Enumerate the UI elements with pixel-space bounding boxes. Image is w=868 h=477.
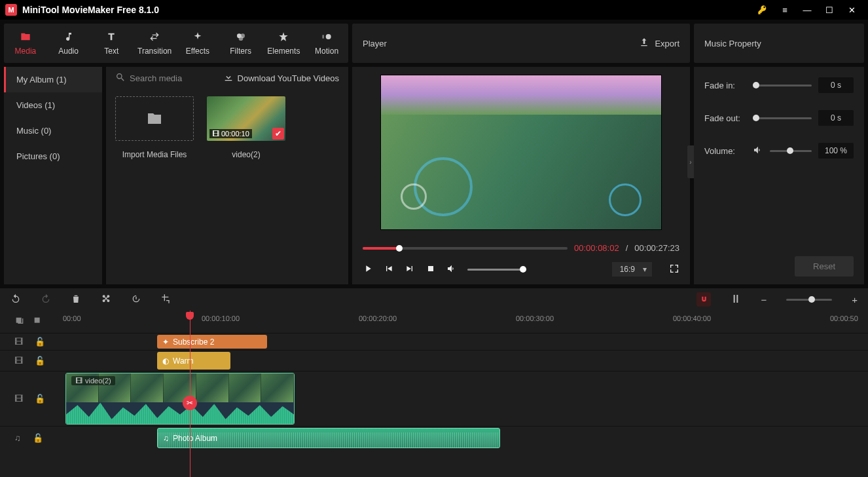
titlebar: M MiniTool MovieMaker Free 8.1.0 ≡ — ☐ ✕: [0, 0, 868, 20]
search-placeholder: Search media: [130, 73, 182, 83]
maximize-button[interactable]: ☐: [818, 0, 841, 20]
tab-motion[interactable]: Motion: [305, 24, 348, 63]
zoom-in-button[interactable]: +: [852, 294, 858, 305]
import-label: Import Media Files: [115, 150, 194, 159]
tab-transition[interactable]: Transition: [133, 24, 176, 63]
fadeout-value[interactable]: 0 s: [818, 110, 854, 126]
tab-label: Transition: [137, 47, 172, 56]
clip-photoalbum[interactable]: ♫ Photo Album: [157, 428, 500, 448]
motion-icon: [321, 31, 332, 44]
sidebar-item-pictures[interactable]: Pictures (0): [4, 143, 102, 169]
check-icon: ✔: [272, 128, 284, 140]
prev-frame-button[interactable]: [384, 263, 394, 276]
seek-bar[interactable]: 00:00:08:02 / 00:00:27:23: [363, 243, 679, 253]
tab-label: Effects: [186, 47, 209, 56]
lock-icon[interactable]: 🔓: [33, 433, 43, 443]
element-icon: ✦: [162, 337, 169, 347]
lock-icon[interactable]: 🔓: [35, 356, 45, 366]
tab-elements[interactable]: Elements: [262, 24, 306, 63]
scissors-icon[interactable]: ✂: [183, 396, 197, 410]
aspect-select[interactable]: 16:9: [612, 262, 652, 277]
lock-icon[interactable]: 🔓: [35, 337, 45, 347]
speaker-icon: [753, 145, 763, 157]
snap-toggle[interactable]: [731, 294, 741, 306]
app-logo: M: [5, 4, 17, 16]
lock-icon[interactable]: 🔓: [35, 394, 45, 404]
export-label: Export: [655, 39, 679, 48]
playhead[interactable]: ✂: [190, 311, 190, 477]
next-frame-button[interactable]: [405, 263, 415, 276]
volume-label: Volume:: [704, 146, 746, 156]
media-clip-card[interactable]: 🎞 00:00:10 ✔ video(2): [207, 96, 285, 159]
sidebar-item-myalbum[interactable]: My Album (1): [4, 67, 102, 92]
player-panel: 00:00:08:02 / 00:00:27:23 16:9: [352, 67, 690, 284]
fadein-label: Fade in:: [704, 81, 746, 90]
redo-button[interactable]: [41, 294, 51, 306]
swap-icon: [149, 31, 160, 44]
video-track-icon: 🎞: [14, 356, 23, 366]
import-card[interactable]: Import Media Files: [115, 96, 194, 159]
add-track-icon[interactable]: [14, 316, 25, 328]
sidebar-item-music[interactable]: Music (0): [4, 118, 102, 143]
clip-video[interactable]: 🎞video(2): [65, 373, 295, 425]
tab-text[interactable]: Text: [90, 24, 134, 63]
sidebar-item-videos[interactable]: Videos (1): [4, 92, 102, 118]
clip-duration: 🎞 00:00:10: [209, 129, 252, 138]
time-ruler[interactable]: 00:00 00:00:10:00 00:00:20:00 00:00:30:0…: [0, 311, 868, 333]
tab-label: Audio: [58, 47, 79, 56]
volume-value[interactable]: 100 %: [818, 143, 854, 159]
stop-button[interactable]: [425, 263, 436, 276]
property-panel: › Fade in: 0 s Fade out: 0 s Volume: 100…: [694, 67, 864, 284]
music-note-icon: [63, 31, 74, 44]
minimize-button[interactable]: —: [796, 0, 818, 20]
volume-icon[interactable]: [446, 263, 457, 276]
speed-button[interactable]: [131, 294, 141, 306]
remove-track-icon[interactable]: [33, 316, 43, 328]
tab-media[interactable]: Media: [4, 24, 47, 63]
menu-icon[interactable]: ≡: [774, 0, 796, 20]
fadeout-slider[interactable]: [753, 117, 812, 119]
video-track-icon: 🎞: [14, 337, 23, 347]
clip-warm[interactable]: ◐ Warm: [157, 352, 230, 370]
split-button[interactable]: [101, 294, 111, 306]
fadein-value[interactable]: 0 s: [818, 77, 854, 93]
property-header: Music Property: [694, 24, 864, 63]
volume-slider[interactable]: [467, 269, 526, 271]
play-button[interactable]: [363, 263, 373, 276]
close-button[interactable]: ✕: [841, 0, 863, 20]
zoom-slider[interactable]: [786, 299, 832, 301]
tab-filters[interactable]: Filters: [219, 24, 262, 63]
clip-subscribe[interactable]: ✦ Subscribe 2: [157, 335, 267, 349]
zoom-out-button[interactable]: −: [761, 294, 767, 305]
music-track-icon: ♫: [14, 433, 21, 443]
fullscreen-button[interactable]: [669, 263, 679, 276]
svg-point-2: [238, 36, 243, 41]
delete-button[interactable]: [71, 294, 81, 306]
export-button[interactable]: Export: [639, 37, 679, 50]
crop-button[interactable]: [161, 294, 172, 306]
tab-label: Elements: [267, 47, 300, 56]
collapse-toggle[interactable]: ›: [687, 145, 694, 178]
svg-point-3: [326, 34, 331, 39]
player-header: Player Export: [352, 24, 690, 63]
clip-thumbnail: 🎞 00:00:10 ✔: [207, 96, 285, 141]
main-toolbar: Media Audio Text Transition Effects Filt…: [4, 24, 348, 63]
star-icon: [278, 31, 289, 44]
tab-effects[interactable]: Effects: [176, 24, 219, 63]
track-video: 🎞🔓 🎞video(2): [0, 371, 868, 426]
volume-prop-slider[interactable]: [770, 150, 812, 152]
tab-audio[interactable]: Audio: [47, 24, 90, 63]
key-icon[interactable]: [751, 0, 774, 20]
folder-icon: [20, 31, 31, 44]
track-subscribe: 🎞🔓 ✦ Subscribe 2: [0, 333, 868, 350]
search-input[interactable]: Search media: [115, 72, 218, 85]
video-preview[interactable]: [380, 75, 662, 230]
undo-button[interactable]: [10, 294, 21, 306]
magnet-toggle[interactable]: [696, 292, 711, 307]
fadein-slider[interactable]: [753, 85, 812, 86]
reset-button[interactable]: Reset: [795, 256, 854, 277]
film-icon: 🎞: [212, 130, 219, 138]
download-youtube-button[interactable]: Download YouTube Videos: [223, 72, 339, 85]
filter-icon: [236, 31, 246, 44]
track-filter: 🎞🔓 ◐ Warm: [0, 350, 868, 371]
